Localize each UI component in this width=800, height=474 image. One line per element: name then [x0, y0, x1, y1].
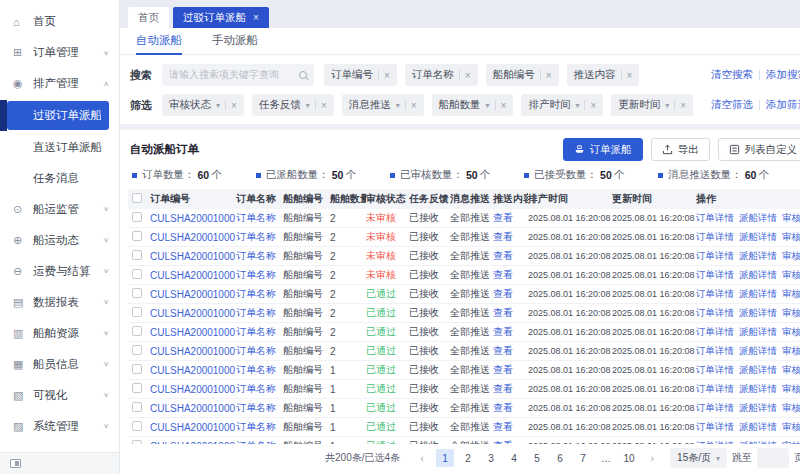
page-button-3[interactable]: 3: [482, 449, 500, 467]
op-订单详情-link[interactable]: 订单详情: [696, 250, 734, 261]
op-订单详情-link[interactable]: 订单详情: [696, 383, 734, 394]
page-button-2[interactable]: 2: [459, 449, 477, 467]
order-no-link[interactable]: CULSHA200010001: [150, 213, 236, 224]
tab-手动派船[interactable]: 手动派船: [212, 28, 258, 55]
op-审核-link[interactable]: 审核: [782, 269, 800, 280]
order-name-link[interactable]: 订单名称: [236, 364, 276, 375]
remove-chip-icon[interactable]: ×: [680, 100, 686, 111]
order-name-link[interactable]: 订单名称: [236, 402, 276, 413]
order-no-link[interactable]: CULSHA200010001: [150, 251, 236, 262]
op-订单详情-link[interactable]: 订单详情: [696, 269, 734, 280]
op-订单详情-link[interactable]: 订单详情: [696, 288, 734, 299]
sidebar-item-船运监管[interactable]: ⊙船运监管∨: [0, 194, 119, 225]
op-派船详情-link[interactable]: 派船详情: [739, 383, 777, 394]
op-订单详情-link[interactable]: 订单详情: [696, 212, 734, 223]
order-no-link[interactable]: CULSHA200010001: [150, 384, 236, 395]
order-no-link[interactable]: CULSHA200010001: [150, 346, 236, 357]
add-filter-link[interactable]: 添加筛选: [766, 98, 800, 112]
sidebar-item-数据报表[interactable]: ▤数据报表∨: [0, 287, 119, 318]
view-link[interactable]: 查看: [493, 288, 513, 299]
remove-chip-icon[interactable]: ×: [384, 70, 390, 81]
close-icon[interactable]: ×: [253, 12, 259, 23]
next-page-button[interactable]: ›: [643, 449, 661, 467]
op-订单详情-link[interactable]: 订单详情: [696, 231, 734, 242]
sidebar-item-船运动态[interactable]: ⊕船运动态∨: [0, 225, 119, 256]
search-chip-船舶编号[interactable]: 船舶编号×: [486, 64, 559, 86]
order-name-link[interactable]: 订单名称: [236, 212, 276, 223]
search-input[interactable]: 请输入搜索项关键字查询: [162, 64, 314, 86]
view-link[interactable]: 查看: [493, 326, 513, 337]
order-name-link[interactable]: 订单名称: [236, 326, 276, 337]
filter-chip-审核状态[interactable]: 审核状态▾×: [162, 94, 244, 116]
order-no-link[interactable]: CULSHA200010001: [150, 422, 236, 433]
remove-chip-icon[interactable]: ×: [411, 100, 417, 111]
row-checkbox[interactable]: [132, 288, 142, 298]
row-checkbox[interactable]: [132, 269, 142, 279]
op-审核-link[interactable]: 审核: [782, 421, 800, 432]
op-派船详情-link[interactable]: 派船详情: [739, 269, 777, 280]
order-name-link[interactable]: 订单名称: [236, 421, 276, 432]
op-派船详情-link[interactable]: 派船详情: [739, 421, 777, 432]
add-search-link[interactable]: 添加搜索: [766, 68, 800, 82]
sidebar-item-船舶资源[interactable]: ▥船舶资源∨: [0, 318, 119, 349]
page-button-5[interactable]: 5: [528, 449, 546, 467]
breadcrumb-tab-首页[interactable]: 首页: [128, 7, 169, 28]
sidebar-item-任务消息[interactable]: 任务消息: [0, 163, 119, 194]
op-审核-link[interactable]: 审核: [782, 288, 800, 299]
filter-chip-船舶数量[interactable]: 船舶数量▾×: [432, 94, 514, 116]
row-checkbox[interactable]: [132, 421, 142, 431]
order-name-link[interactable]: 订单名称: [236, 269, 276, 280]
sidebar-item-排产管理[interactable]: ◉排产管理∧: [0, 68, 119, 99]
order-no-link[interactable]: CULSHA200010001: [150, 308, 236, 319]
view-link[interactable]: 查看: [493, 307, 513, 318]
op-订单详情-link[interactable]: 订单详情: [696, 421, 734, 432]
op-审核-link[interactable]: 审核: [782, 383, 800, 394]
dispatch-button[interactable]: 订单派船: [563, 138, 643, 161]
remove-chip-icon[interactable]: ×: [546, 70, 552, 81]
op-派船详情-link[interactable]: 派船详情: [739, 250, 777, 261]
order-no-link[interactable]: CULSHA200010001: [150, 289, 236, 300]
page-button-10[interactable]: 10: [620, 449, 638, 467]
sidebar-item-系统管理[interactable]: ▨系统管理∨: [0, 411, 119, 442]
row-checkbox[interactable]: [132, 345, 142, 355]
op-派船详情-link[interactable]: 派船详情: [739, 212, 777, 223]
order-name-link[interactable]: 订单名称: [236, 383, 276, 394]
collapse-sidebar-icon[interactable]: [10, 459, 21, 468]
row-checkbox[interactable]: [132, 402, 142, 412]
remove-chip-icon[interactable]: ×: [231, 100, 237, 111]
op-审核-link[interactable]: 审核: [782, 307, 800, 318]
page-button-1[interactable]: 1: [436, 449, 454, 467]
view-link[interactable]: 查看: [493, 212, 513, 223]
order-no-link[interactable]: CULSHA200010001: [150, 365, 236, 376]
view-link[interactable]: 查看: [493, 250, 513, 261]
row-checkbox[interactable]: [132, 364, 142, 374]
order-name-link[interactable]: 订单名称: [236, 231, 276, 242]
remove-chip-icon[interactable]: ×: [590, 100, 596, 111]
op-审核-link[interactable]: 审核: [782, 250, 800, 261]
remove-chip-icon[interactable]: ×: [321, 100, 327, 111]
page-size-select[interactable]: 15条/页▾: [670, 448, 727, 468]
sidebar-item-首页[interactable]: ⌂首页: [0, 6, 119, 37]
remove-chip-icon[interactable]: ×: [465, 70, 471, 81]
op-订单详情-link[interactable]: 订单详情: [696, 364, 734, 375]
op-派船详情-link[interactable]: 派船详情: [739, 231, 777, 242]
select-all-checkbox[interactable]: [132, 193, 142, 203]
row-checkbox[interactable]: [132, 326, 142, 336]
order-no-link[interactable]: CULSHA200010001: [150, 403, 236, 414]
op-订单详情-link[interactable]: 订单详情: [696, 402, 734, 413]
filter-chip-更新时间[interactable]: 更新时间▾×: [611, 94, 693, 116]
order-name-link[interactable]: 订单名称: [236, 288, 276, 299]
row-checkbox[interactable]: [132, 212, 142, 222]
filter-chip-任务反馈[interactable]: 任务反馈▾×: [252, 94, 334, 116]
filter-chip-消息推送[interactable]: 消息推送▾×: [342, 94, 424, 116]
search-chip-推送内容[interactable]: 推送内容×: [567, 64, 640, 86]
search-chip-订单编号[interactable]: 订单编号×: [324, 64, 397, 86]
op-审核-link[interactable]: 审核: [782, 326, 800, 337]
order-no-link[interactable]: CULSHA200010001: [150, 232, 236, 243]
op-派船详情-link[interactable]: 派船详情: [739, 364, 777, 375]
search-chip-订单名称[interactable]: 订单名称×: [405, 64, 478, 86]
breadcrumb-tab-过驳订单派船[interactable]: 过驳订单派船×: [173, 7, 269, 28]
clear-search-link[interactable]: 清空搜索: [711, 68, 753, 82]
remove-chip-icon[interactable]: ×: [501, 100, 507, 111]
op-派船详情-link[interactable]: 派船详情: [739, 345, 777, 356]
